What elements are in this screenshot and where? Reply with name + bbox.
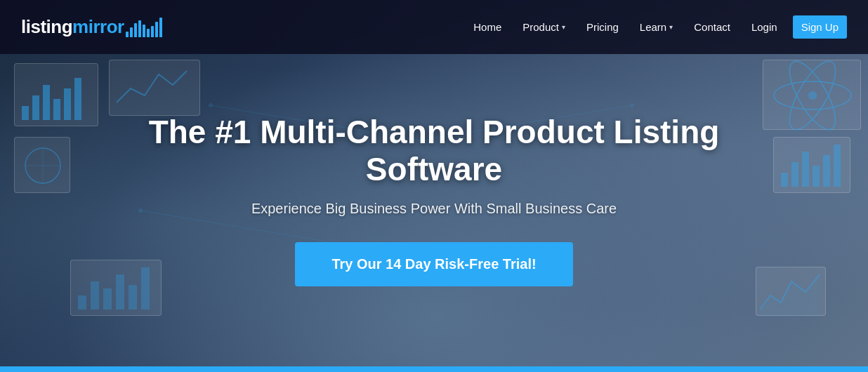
nav-link-pricing[interactable]: Pricing [578, 15, 627, 39]
nav-link-contact[interactable]: Contact [685, 15, 739, 39]
chart-bar-1 [126, 32, 129, 37]
login-button[interactable]: Login [743, 15, 786, 39]
nav-item-contact[interactable]: Contact [685, 15, 739, 39]
chart-bar-2 [130, 27, 133, 37]
chart-bar-5 [143, 25, 145, 37]
logo-text: listingmirror [21, 16, 124, 38]
hero-section: listingmirror Home Product ▾ [0, 0, 868, 372]
nav-item-pricing[interactable]: Pricing [578, 15, 627, 39]
chart-bar-4 [138, 20, 141, 37]
nav-item-product[interactable]: Product ▾ [514, 15, 574, 39]
chart-bar-9 [159, 18, 162, 37]
chart-bar-7 [151, 26, 154, 37]
nav-item-login[interactable]: Login [743, 15, 786, 39]
nav-links: Home Product ▾ Pricing Learn ▾ Contact [465, 15, 847, 39]
signup-button[interactable]: Sign Up [793, 15, 847, 39]
chart-bar-8 [155, 22, 158, 37]
nav-item-learn[interactable]: Learn ▾ [631, 15, 681, 39]
nav-learn-label: Learn [640, 21, 666, 33]
logo-chart [126, 18, 162, 37]
hero-subheadline: Experience Big Business Power With Small… [251, 201, 617, 217]
learn-chevron-icon: ▾ [669, 23, 673, 31]
product-chevron-icon: ▾ [562, 23, 565, 31]
logo-listing: listing [21, 16, 72, 37]
nav-link-learn[interactable]: Learn ▾ [631, 15, 681, 39]
logo-mirror: mirror [72, 16, 124, 37]
nav-product-label: Product [522, 21, 559, 33]
nav-link-home[interactable]: Home [465, 15, 510, 39]
hero-content: The #1 Multi-Channel Product Listing Sof… [0, 0, 868, 372]
hero-headline: The #1 Multi-Channel Product Listing Sof… [118, 114, 750, 188]
chart-bar-6 [147, 29, 150, 37]
nav-item-home[interactable]: Home [465, 15, 510, 39]
nav-link-product[interactable]: Product ▾ [514, 15, 574, 39]
hero-cta-button[interactable]: Try Our 14 Day Risk-Free Trial! [295, 242, 572, 286]
navigation: listingmirror Home Product ▾ [0, 0, 868, 54]
chart-bar-3 [134, 23, 137, 37]
nav-item-signup[interactable]: Sign Up [790, 15, 847, 39]
bottom-accent-bar [0, 366, 868, 372]
logo[interactable]: listingmirror [21, 16, 162, 38]
